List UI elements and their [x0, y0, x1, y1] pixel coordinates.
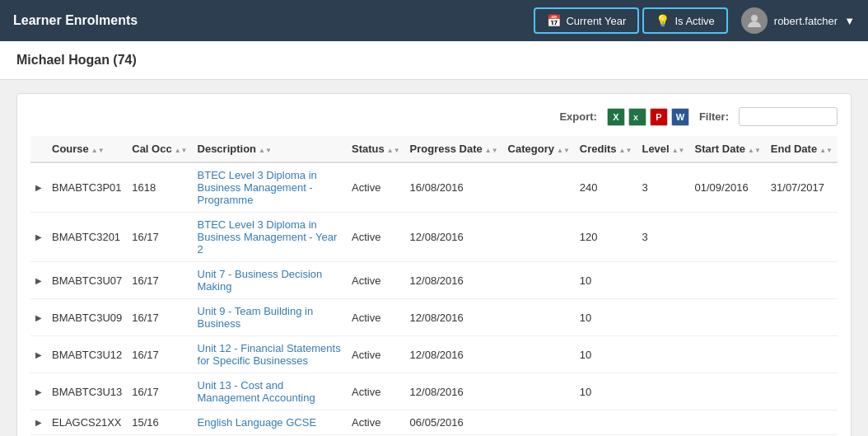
cell-description[interactable]: Unit 7 - Business Decision Making: [193, 262, 348, 299]
app-title: Learner Enrolments: [13, 13, 534, 28]
col-description[interactable]: Description▲▼: [193, 136, 348, 162]
cell-cal-occ: 15/16: [127, 410, 192, 435]
cell-category: [503, 262, 575, 299]
is-active-button[interactable]: 💡 Is Active: [642, 7, 727, 34]
col-start-date[interactable]: Start Date▲▼: [690, 136, 766, 162]
header: Learner Enrolments 📅 Current Year 💡 Is A…: [0, 0, 868, 41]
cell-cal-occ: 16/17: [127, 373, 192, 410]
cell-end-date: [766, 410, 838, 435]
table-row: ▶BMABTC3U1216/17Unit 12 - Financial Stat…: [30, 336, 838, 373]
cell-course: BMABTC3201: [47, 213, 127, 262]
cell-credits: 10: [575, 299, 637, 336]
col-category[interactable]: Category▲▼: [503, 136, 575, 162]
export-pdf-button[interactable]: P: [650, 108, 668, 126]
cell-progress-date: 16/08/2016: [405, 162, 503, 213]
cell-category: [503, 299, 575, 336]
col-end-date[interactable]: End Date▲▼: [766, 136, 838, 162]
cell-credits: [575, 410, 637, 435]
cell-status: Active: [347, 262, 405, 299]
row-expand-button[interactable]: ▶: [30, 373, 47, 410]
row-expand-button[interactable]: ▶: [30, 162, 47, 213]
data-card: Export: X X P W Filter: Course▲▼ Cal Occ…: [16, 93, 852, 436]
cell-level: [637, 373, 689, 410]
cell-start-date: [690, 299, 766, 336]
user-menu[interactable]: robert.fatcher ▼: [741, 7, 855, 34]
cell-category: [503, 373, 575, 410]
cell-credits: 10: [575, 336, 637, 373]
calendar-icon: 📅: [547, 14, 561, 27]
col-cal-occ[interactable]: Cal Occ▲▼: [127, 136, 192, 162]
col-credits[interactable]: Credits▲▼: [575, 136, 637, 162]
cell-course: BMABTC3U07: [47, 262, 127, 299]
cell-credits: 120: [575, 213, 637, 262]
cell-course: BMABTC3U12: [47, 336, 127, 373]
table-row: ▶BMABTC3U1316/17Unit 13 - Cost and Manag…: [30, 373, 838, 410]
bulb-icon: 💡: [656, 14, 670, 27]
cell-description[interactable]: Unit 9 - Team Building in Business: [193, 299, 348, 336]
filter-input[interactable]: [739, 107, 838, 126]
row-expand-button[interactable]: ▶: [30, 213, 47, 262]
current-year-button[interactable]: 📅 Current Year: [534, 7, 639, 34]
cell-course: BMABTC3P01: [47, 162, 127, 213]
export-xlsx-button[interactable]: X: [628, 108, 646, 126]
cell-status: Active: [347, 410, 405, 435]
table-header: Course▲▼ Cal Occ▲▼ Description▲▼ Status▲…: [30, 136, 838, 162]
col-course[interactable]: Course▲▼: [47, 136, 127, 162]
table-row: ▶BMABTC3U0916/17Unit 9 - Team Building i…: [30, 299, 838, 336]
cell-level: 3: [637, 213, 689, 262]
cell-description[interactable]: Unit 12 - Financial Statements for Speci…: [193, 336, 348, 373]
cell-end-date: [766, 262, 838, 299]
cell-category: [503, 162, 575, 213]
cell-status: Active: [347, 213, 405, 262]
svg-text:X: X: [633, 114, 638, 122]
chevron-down-icon: ▼: [844, 15, 855, 27]
cell-cal-occ: 16/17: [127, 299, 192, 336]
col-progress-date[interactable]: Progress Date▲▼: [405, 136, 503, 162]
cell-level: [637, 336, 689, 373]
table-body: ▶BMABTC3P011618BTEC Level 3 Diploma in B…: [30, 162, 838, 436]
cell-start-date: [690, 336, 766, 373]
cell-status: Active: [347, 162, 405, 213]
row-expand-button[interactable]: ▶: [30, 336, 47, 373]
export-label: Export:: [559, 110, 597, 123]
row-expand-button[interactable]: ▶: [30, 262, 47, 299]
cell-category: [503, 336, 575, 373]
cell-level: [637, 410, 689, 435]
table-row: ▶BMABTC3P011618BTEC Level 3 Diploma in B…: [30, 162, 838, 213]
cell-description[interactable]: Unit 13 - Cost and Management Accounting: [193, 373, 348, 410]
export-doc-button[interactable]: W: [671, 108, 689, 126]
col-expand: [30, 136, 47, 162]
cell-progress-date: 12/08/2016: [405, 373, 503, 410]
cell-progress-date: 12/08/2016: [405, 299, 503, 336]
cell-start-date: [690, 213, 766, 262]
avatar: [741, 7, 768, 34]
export-icons: X X P W: [607, 108, 689, 126]
cell-progress-date: 12/08/2016: [405, 262, 503, 299]
table-toolbar: Export: X X P W Filter:: [30, 107, 838, 126]
table-row: ▶BMABTC320116/17BTEC Level 3 Diploma in …: [30, 213, 838, 262]
row-expand-button[interactable]: ▶: [30, 410, 47, 435]
cell-description[interactable]: English Language GCSE: [193, 410, 348, 435]
cell-description[interactable]: BTEC Level 3 Diploma in Business Managem…: [193, 162, 348, 213]
col-level[interactable]: Level▲▼: [637, 136, 689, 162]
cell-progress-date: 12/08/2016: [405, 213, 503, 262]
cell-credits: 10: [575, 262, 637, 299]
row-expand-button[interactable]: ▶: [30, 299, 47, 336]
cell-status: Active: [347, 299, 405, 336]
col-status[interactable]: Status▲▼: [347, 136, 405, 162]
cell-progress-date: 12/08/2016: [405, 336, 503, 373]
cell-start-date: [690, 410, 766, 435]
enrolments-table: Course▲▼ Cal Occ▲▼ Description▲▼ Status▲…: [30, 136, 838, 436]
main-content: Export: X X P W Filter: Course▲▼ Cal Occ…: [0, 80, 868, 436]
export-xls-button[interactable]: X: [607, 108, 625, 126]
username: robert.fatcher: [774, 15, 838, 27]
cell-cal-occ: 1618: [127, 162, 192, 213]
cell-start-date: [690, 373, 766, 410]
cell-description[interactable]: BTEC Level 3 Diploma in Business Managem…: [193, 213, 348, 262]
cell-category: [503, 410, 575, 435]
table-row: ▶BMABTC3U0716/17Unit 7 - Business Decisi…: [30, 262, 838, 299]
cell-status: Active: [347, 373, 405, 410]
cell-status: Active: [347, 336, 405, 373]
cell-credits: 10: [575, 373, 637, 410]
cell-course: ELAGCS21XX: [47, 410, 127, 435]
